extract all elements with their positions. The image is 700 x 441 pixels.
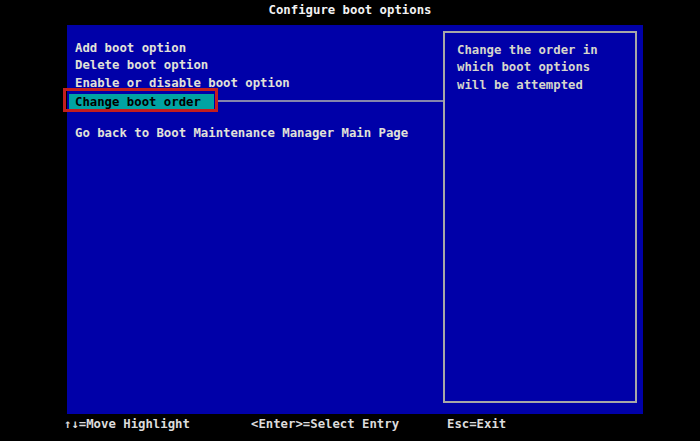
menu-item-delete-boot-option[interactable]: Delete boot option [75, 57, 208, 74]
hint-select-entry: <Enter>=Select Entry [251, 416, 399, 433]
annotation-leader-line [218, 100, 443, 102]
menu-item-add-boot-option[interactable]: Add boot option [75, 40, 186, 57]
page-title: Configure boot options [0, 2, 700, 19]
help-panel: Change the order in which boot options w… [443, 31, 637, 403]
footer-keyboard-hints: ↑↓=Move Highlight <Enter>=Select Entry E… [0, 416, 700, 436]
annotation-highlight-box [63, 88, 218, 112]
menu-item-go-back[interactable]: Go back to Boot Maintenance Manager Main… [75, 125, 408, 142]
help-text: Change the order in which boot options w… [457, 42, 598, 94]
hint-move-highlight: ↑↓=Move Highlight [64, 416, 190, 433]
bios-screen: Configure boot options Add boot option D… [0, 0, 700, 441]
hint-esc-exit: Esc=Exit [447, 416, 506, 433]
